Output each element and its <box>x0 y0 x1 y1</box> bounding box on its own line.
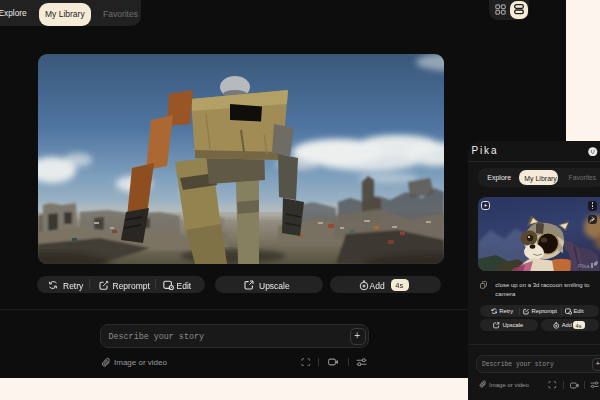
svg-text:Pika: Pika <box>578 263 590 269</box>
